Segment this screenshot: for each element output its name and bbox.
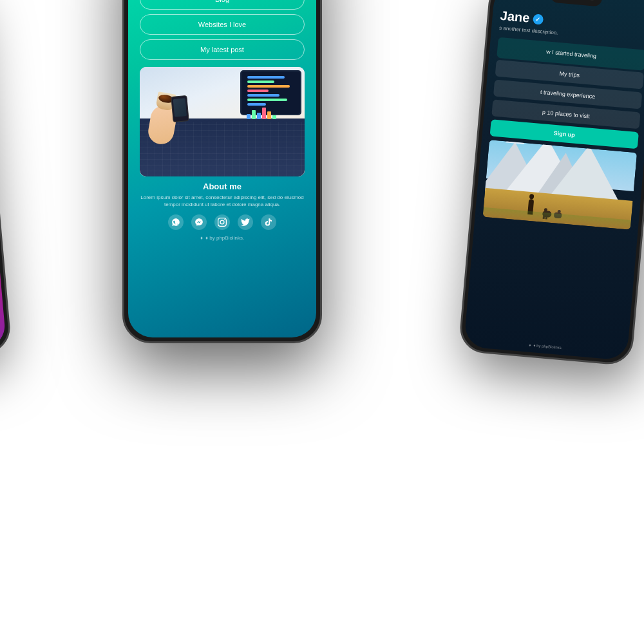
mountain-scene [483, 140, 638, 230]
center-link-websites[interactable]: Websites I love [140, 14, 305, 35]
center-phone: John ✓ This is just a test description. … [122, 0, 322, 343]
messenger-icon[interactable] [191, 214, 207, 230]
center-link-blog[interactable]: Blog [140, 0, 305, 10]
right-image [483, 140, 638, 230]
coffee-scene [140, 67, 305, 176]
twitter-icon[interactable] [238, 214, 253, 230]
verified-badge-right: ✓ [533, 14, 544, 24]
right-screen: Jane ✓ s another test description. w I s… [464, 0, 644, 361]
about-title: About me [203, 182, 242, 191]
instagram-icon[interactable] [214, 214, 230, 230]
right-content: Jane ✓ s another test description. w I s… [464, 1, 644, 361]
right-phone: Jane ✓ s another test description. w I s… [458, 0, 644, 366]
about-text: Lorem ipsum dolor sit amet, consectetur … [140, 194, 305, 208]
left-screen: Embeds Here is a test of all the embeds … [0, 0, 6, 361]
social-icons [168, 214, 276, 230]
left-phone: Embeds Here is a test of all the embeds … [0, 0, 12, 366]
tiktok-icon[interactable] [261, 214, 276, 230]
center-link-post[interactable]: My latest post [140, 39, 305, 60]
whatsapp-icon[interactable] [168, 214, 184, 230]
center-footer: ♦ ♦ by phpBiolinks. [200, 235, 244, 241]
left-content: Embeds Here is a test of all the embeds … [0, 3, 6, 361]
right-notch [550, 0, 602, 6]
center-content: John ✓ This is just a test description. … [128, 0, 316, 337]
center-screen: John ✓ This is just a test description. … [128, 0, 316, 337]
post-image [140, 67, 305, 176]
